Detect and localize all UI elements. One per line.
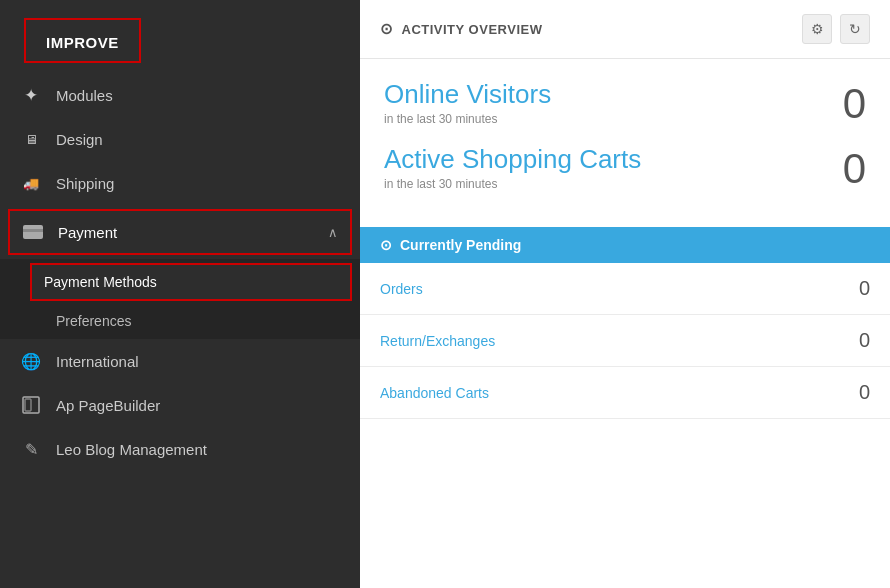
abandoned-carts-row: Abandoned Carts 0 — [360, 367, 890, 419]
preferences-label: Preferences — [56, 313, 131, 329]
online-visitors-value: 0 — [843, 83, 866, 125]
sidebar-item-label: Payment — [58, 224, 314, 241]
orders-row: Orders 0 — [360, 263, 890, 315]
refresh-button[interactable]: ↻ — [840, 14, 870, 44]
active-carts-row: Active Shopping Carts in the last 30 min… — [384, 144, 866, 203]
sidebar-item-label: International — [56, 353, 340, 370]
sidebar-item-shipping[interactable]: 🚚 Shipping — [0, 161, 360, 205]
payment-submenu: Payment Methods Preferences — [0, 259, 360, 339]
svg-rect-3 — [25, 399, 31, 411]
page-icon — [20, 394, 42, 416]
active-carts-subtitle: in the last 30 minutes — [384, 177, 641, 191]
abandoned-carts-value: 0 — [859, 381, 870, 404]
sidebar: IMPROVE ✦ Modules 🖥 Design 🚚 Shipping Pa… — [0, 0, 360, 588]
orders-value: 0 — [859, 277, 870, 300]
sidebar-item-leo-blog[interactable]: ✎ Leo Blog Management — [0, 427, 360, 471]
sidebar-item-label: Leo Blog Management — [56, 441, 340, 458]
online-visitors-row: Online Visitors in the last 30 minutes 0 — [384, 79, 866, 138]
truck-icon: 🚚 — [20, 172, 42, 194]
header-icons: ⚙ ↻ — [802, 14, 870, 44]
return-exchanges-value: 0 — [859, 329, 870, 352]
sidebar-item-label: Ap PageBuilder — [56, 397, 340, 414]
clock-icon: ⊙ — [380, 20, 394, 38]
return-exchanges-label[interactable]: Return/Exchanges — [380, 333, 495, 349]
active-carts-value: 0 — [843, 148, 866, 190]
pending-clock-icon: ⊙ — [380, 237, 392, 253]
chevron-up-icon: ∧ — [328, 225, 338, 240]
main-content: ⊙ ACTIVITY OVERVIEW ⚙ ↻ Online Visitors … — [360, 0, 890, 588]
gear-button[interactable]: ⚙ — [802, 14, 832, 44]
sidebar-item-international[interactable]: 🌐 International — [0, 339, 360, 383]
pending-rows: Orders 0 Return/Exchanges 0 Abandoned Ca… — [360, 263, 890, 419]
return-exchanges-row: Return/Exchanges 0 — [360, 315, 890, 367]
activity-overview-header: ⊙ ACTIVITY OVERVIEW ⚙ ↻ — [360, 0, 890, 59]
online-visitors-subtitle: in the last 30 minutes — [384, 112, 551, 126]
gear-icon: ⚙ — [811, 21, 824, 37]
monitor-icon: 🖥 — [20, 128, 42, 150]
stats-section: Online Visitors in the last 30 minutes 0… — [360, 59, 890, 219]
sidebar-item-ap-pagebuilder[interactable]: Ap PageBuilder — [0, 383, 360, 427]
sidebar-item-label: Design — [56, 131, 340, 148]
globe-icon: 🌐 — [20, 350, 42, 372]
abandoned-carts-label[interactable]: Abandoned Carts — [380, 385, 489, 401]
payment-methods-label: Payment Methods — [44, 274, 157, 290]
sidebar-item-label: Modules — [56, 87, 340, 104]
sidebar-item-preferences[interactable]: Preferences — [0, 303, 360, 339]
card-icon — [22, 221, 44, 243]
sidebar-item-label: Shipping — [56, 175, 340, 192]
pencil-icon: ✎ — [20, 438, 42, 460]
online-visitors-title: Online Visitors — [384, 79, 551, 110]
puzzle-icon: ✦ — [20, 84, 42, 106]
orders-label[interactable]: Orders — [380, 281, 423, 297]
pending-header-title: Currently Pending — [400, 237, 521, 253]
refresh-icon: ↻ — [849, 21, 861, 37]
sidebar-item-design[interactable]: 🖥 Design — [0, 117, 360, 161]
sidebar-item-payment-methods[interactable]: Payment Methods — [30, 263, 352, 301]
svg-rect-1 — [23, 229, 43, 232]
active-carts-title: Active Shopping Carts — [384, 144, 641, 175]
pending-header: ⊙ Currently Pending — [360, 227, 890, 263]
sidebar-section-header: IMPROVE — [24, 18, 141, 63]
sidebar-item-payment[interactable]: Payment ∧ — [8, 209, 352, 255]
activity-overview-title: ⊙ ACTIVITY OVERVIEW — [380, 20, 542, 38]
sidebar-item-modules[interactable]: ✦ Modules — [0, 73, 360, 117]
